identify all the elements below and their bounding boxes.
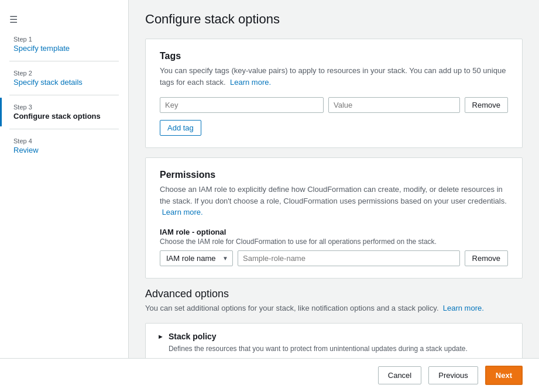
menu-icon[interactable]: ☰ xyxy=(0,9,128,30)
permissions-description: Choose an IAM role to explicitly define … xyxy=(160,184,508,218)
iam-select-wrapper: IAM role name ▼ xyxy=(160,250,233,266)
step3-label: Configure stack options xyxy=(13,112,119,121)
iam-remove-button[interactable]: Remove xyxy=(465,250,508,266)
step1-number: Step 1 xyxy=(13,36,119,43)
stack-policy-arrow-icon: ► xyxy=(157,333,164,340)
step1-label[interactable]: Specify template xyxy=(13,44,119,53)
previous-button[interactable]: Previous xyxy=(428,366,478,384)
next-button[interactable]: Next xyxy=(485,366,523,385)
page-title: Configure stack options xyxy=(145,12,523,27)
step3-number: Step 3 xyxy=(13,104,119,111)
tags-learn-more-link[interactable]: Learn more. xyxy=(230,78,271,87)
divider-3 xyxy=(9,129,119,129)
permissions-card: Permissions Choose an IAM role to explic… xyxy=(145,157,523,278)
footer: Cancel Previous Next xyxy=(0,358,539,392)
stack-policy-header[interactable]: ► Stack policy Defines the resources tha… xyxy=(146,324,522,362)
advanced-options-desc: You can set additional options for your … xyxy=(145,302,523,314)
divider-2 xyxy=(9,95,119,95)
iam-role-sublabel: Choose the IAM role for CloudFormation t… xyxy=(160,238,508,246)
tag-input-row: Remove xyxy=(160,97,508,113)
main-content: Configure stack options Tags You can spe… xyxy=(129,0,539,392)
step4-number: Step 4 xyxy=(13,137,119,145)
step4-label: Review xyxy=(13,146,119,154)
iam-role-select[interactable]: IAM role name xyxy=(160,250,233,266)
stack-policy-desc: Defines the resources that you want to p… xyxy=(169,343,468,354)
tags-title: Tags xyxy=(160,51,508,61)
tags-card: Tags You can specify tags (key-value pai… xyxy=(145,39,523,148)
add-tag-button[interactable]: Add tag xyxy=(160,120,201,136)
sidebar-step-4: Step 4 Review xyxy=(0,132,128,160)
iam-role-value-input[interactable] xyxy=(238,250,460,266)
sidebar-step-3: Step 3 Configure stack options xyxy=(0,98,128,126)
permissions-learn-more-link[interactable]: Learn more. xyxy=(162,208,203,216)
tags-description: You can specify tags (key-value pairs) t… xyxy=(160,65,508,88)
sidebar: ☰ Step 1 Specify template Step 2 Specify… xyxy=(0,0,129,392)
tag-remove-button[interactable]: Remove xyxy=(465,97,508,113)
tag-key-input[interactable] xyxy=(160,97,324,113)
iam-role-label: IAM role - optional xyxy=(160,228,508,236)
stack-policy-title: Stack policy xyxy=(169,332,468,341)
step2-label[interactable]: Specify stack details xyxy=(13,78,119,87)
advanced-options-title: Advanced options xyxy=(145,288,523,300)
divider-1 xyxy=(9,61,119,61)
sidebar-step-1: Step 1 Specify template xyxy=(0,30,128,59)
step2-number: Step 2 xyxy=(13,70,119,77)
iam-row: IAM role name ▼ Remove xyxy=(160,250,508,266)
tag-value-input[interactable] xyxy=(328,97,460,113)
stack-policy-card: ► Stack policy Defines the resources tha… xyxy=(145,323,523,363)
cancel-button[interactable]: Cancel xyxy=(378,366,421,384)
sidebar-step-2: Step 2 Specify stack details xyxy=(0,64,128,92)
permissions-title: Permissions xyxy=(160,170,508,180)
advanced-learn-more-link[interactable]: Learn more. xyxy=(443,304,484,312)
